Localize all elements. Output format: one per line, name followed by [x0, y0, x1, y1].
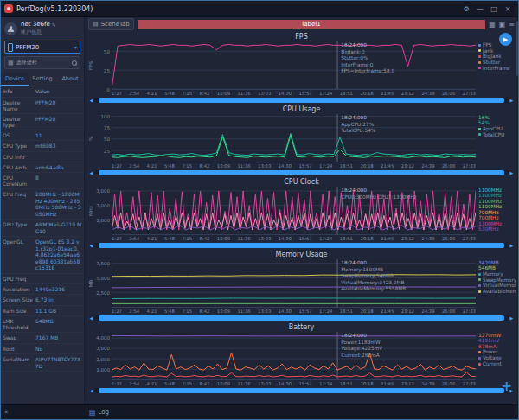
scrollbar-thumb[interactable]	[99, 98, 504, 103]
legend-label: Current	[483, 361, 502, 367]
minimize-icon[interactable]: —	[473, 5, 487, 13]
x-tick-label: 2:54	[129, 309, 139, 314]
info-key: OS	[1, 131, 35, 140]
plot-area[interactable]: 18:24:000Power:1183mWVoltage:4225mVCurre…	[112, 332, 476, 380]
x-tick-label: 4:21	[147, 91, 157, 96]
settings-icon[interactable]: ⚙	[459, 5, 473, 13]
legend-label: Voltage	[483, 355, 502, 361]
chart-right-column: 1270mW4191mV678mAPowerVoltageCurrent	[476, 332, 516, 380]
vertical-scrollbar[interactable]	[516, 17, 518, 404]
x-tick-label: 20:18	[360, 309, 373, 314]
avatar[interactable]	[4, 22, 17, 35]
sidebar-collapse-icon[interactable]: «	[4, 409, 8, 416]
scroll-left-icon[interactable]: ◀	[88, 98, 94, 103]
scrollbar-track[interactable]	[94, 98, 509, 103]
chart-canvas[interactable]	[112, 332, 476, 379]
search-icon[interactable]	[72, 60, 77, 66]
edit-icon[interactable]: ✎	[52, 22, 56, 28]
info-value: OpenGL ES 3.2 v1.r32p1-01eac0.4.8622a6e5…	[35, 238, 84, 272]
x-tick-label: 11:36	[237, 163, 250, 169]
label-banner[interactable]: label1	[138, 20, 485, 29]
scrollbar-track[interactable]	[94, 170, 509, 175]
scroll-right-icon[interactable]: ▶	[509, 315, 515, 321]
plot-area[interactable]: 18:24:000AppCPU:27%TotalCPU:54%	[112, 114, 476, 162]
x-tick-label: 27:33	[463, 91, 476, 96]
scene-tab-button[interactable]: ▤ SceneTab	[88, 18, 134, 30]
legend-item[interactable]: InterFrame	[478, 66, 516, 72]
scroll-left-icon[interactable]: ◀	[88, 170, 94, 175]
account-info-label[interactable]: 账户信息	[21, 29, 56, 36]
chart-panel-battery: Battery 1,0002,0003,0004,000 18:24:000Po…	[87, 322, 516, 394]
chart-canvas[interactable]	[112, 41, 476, 89]
scrollbar-thumb[interactable]	[99, 315, 504, 321]
scroll-right-icon[interactable]: ▶	[509, 170, 515, 175]
chart-scrollbar[interactable]: ◀ ▶	[88, 169, 515, 176]
legend-item[interactable]: Current	[478, 361, 516, 367]
y-tick-label: 5,000	[96, 276, 110, 281]
legend-item[interactable]: Power	[478, 349, 516, 355]
x-tick-label: 26:06	[442, 91, 455, 96]
info-key: Root	[1, 345, 35, 353]
table-row: CPU Archarm64-v8a	[1, 162, 84, 174]
legend-item[interactable]: Memory	[478, 271, 516, 277]
legend-label: AvailableMemory	[483, 289, 516, 295]
chart-scrollbar[interactable]: ◀ ▶	[88, 242, 515, 249]
x-tick-label: 14:30	[279, 381, 292, 386]
legend-color-dot	[478, 55, 481, 58]
tab-about[interactable]: About	[56, 73, 84, 86]
plot-area[interactable]: 18:24:000BigJank:0Stutter:0%InterFrame:0…	[112, 41, 476, 90]
legend-item[interactable]: BigJank	[478, 54, 516, 60]
legend-item[interactable]: Stutter	[478, 60, 516, 66]
scrollbar-thumb[interactable]	[99, 170, 504, 175]
user-row: net 3e6fe ✎ 账户信息	[1, 17, 84, 38]
chart-body: MHz 1,0002,0003,000 18:24:000CPU0:300MHz…	[87, 187, 516, 235]
info-key: Swap	[1, 334, 35, 342]
legend-item[interactable]: SwapMemory	[478, 277, 516, 283]
chart-canvas[interactable]	[112, 114, 476, 162]
maximize-icon[interactable]: □	[487, 5, 501, 13]
scroll-right-icon[interactable]: ▶	[509, 243, 515, 248]
info-value: AIPV7TN8TCY77X7D	[35, 355, 84, 370]
x-tick-label: 20:18	[360, 163, 373, 169]
vertical-scrollbar-thumb[interactable]	[516, 21, 518, 76]
scrollbar-thumb[interactable]	[99, 388, 504, 393]
info-key: Info	[1, 87, 35, 96]
device-select[interactable]: PFFM20 ▾	[4, 41, 80, 54]
layout-icon[interactable]: ▦	[489, 21, 496, 29]
legend-item[interactable]: VirtualMemory	[478, 283, 516, 289]
scroll-right-icon[interactable]: ▶	[509, 98, 515, 103]
tab-setting[interactable]: Setting	[29, 73, 56, 86]
chart-canvas[interactable]	[112, 187, 476, 234]
legend-item[interactable]: Voltage	[478, 355, 516, 361]
legend-item[interactable]: TotalCPU	[478, 132, 516, 138]
chart-scrollbar[interactable]: ◀ ▶	[88, 387, 515, 394]
y-tick-label: 2,000	[96, 357, 110, 362]
tab-device[interactable]: Device	[1, 73, 29, 86]
legend-color-dot	[478, 278, 481, 281]
add-button[interactable]: +	[501, 381, 512, 392]
scroll-left-icon[interactable]: ◀	[88, 243, 94, 248]
scroll-left-icon[interactable]: ◀	[88, 315, 94, 321]
log-tab[interactable]: ▤ Log	[84, 405, 114, 419]
scroll-left-icon[interactable]: ◀	[88, 388, 94, 393]
scrollbar-track[interactable]	[94, 388, 509, 393]
chart-scrollbar[interactable]: ◀ ▶	[88, 315, 515, 321]
close-icon[interactable]: ×	[501, 5, 515, 13]
plot-area[interactable]: 18:24:000CPU0:300MHz CPU7:1300MHz	[112, 187, 476, 235]
plot-area[interactable]: 18:24:000Memory:1500MBSwapMemory:546MBVi…	[112, 259, 476, 308]
scrollbar-track[interactable]	[94, 315, 509, 321]
chart-scrollbar[interactable]: ◀ ▶	[88, 97, 515, 104]
legend-item[interactable]: Jank	[478, 48, 516, 54]
menu-icon[interactable]: ≡	[509, 21, 515, 29]
legend-item[interactable]: AppCPU	[478, 126, 516, 132]
x-tick-label: 18:51	[340, 163, 353, 169]
chart-body: 1,0002,0003,0004,000 18:24:000Power:1183…	[87, 332, 516, 380]
process-select[interactable]: ▦ 选择进程	[4, 56, 80, 69]
info-value: mt6983	[35, 142, 84, 150]
scrollbar-thumb[interactable]	[99, 243, 504, 248]
chart-canvas[interactable]	[112, 259, 476, 307]
play-button[interactable]: ▶	[499, 33, 512, 46]
scrollbar-track[interactable]	[94, 243, 509, 248]
legend-item[interactable]: AvailableMemory	[478, 289, 516, 295]
screenshot-icon[interactable]: ▣	[499, 21, 506, 29]
